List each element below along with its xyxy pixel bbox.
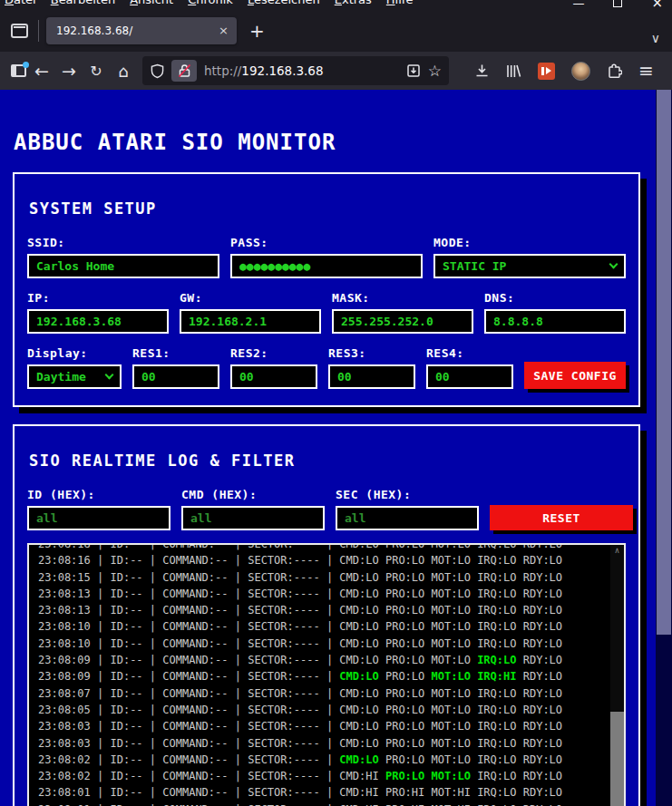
forward-button[interactable]: →	[55, 61, 83, 81]
gw-label: GW:	[180, 291, 321, 305]
save-page-icon[interactable]	[406, 63, 421, 78]
firefox-view-icon[interactable]	[11, 24, 28, 38]
url-scheme: http://	[204, 63, 241, 78]
filter-id-label: ID (HEX):	[27, 488, 170, 501]
log-row: 23:08:13 | ID:-- | COMMAND:-- | SECTOR:-…	[38, 586, 624, 602]
window-controls: — ×	[572, 0, 663, 11]
tab-separator	[38, 20, 39, 42]
active-tab[interactable]: 192.168.3.68/ ×	[46, 17, 237, 44]
res2-input[interactable]	[230, 364, 317, 389]
ip-input[interactable]	[27, 309, 169, 334]
filter-id-input[interactable]	[27, 506, 170, 530]
extension-orange-icon[interactable]	[538, 63, 555, 80]
field-display: Display: Daytime	[27, 346, 122, 389]
setup-row-2: IP: GW: MASK: DNS:	[27, 291, 626, 334]
res3-input[interactable]	[328, 364, 415, 389]
log-row: 23:08:07 | ID:-- | COMMAND:-- | SECTOR:-…	[38, 685, 624, 702]
log-row: 23:08:02 | ID:-- | COMMAND:-- | SECTOR:-…	[38, 752, 624, 768]
reload-button[interactable]: ↻	[83, 63, 110, 80]
maximize-button[interactable]	[613, 0, 622, 7]
dns-input[interactable]	[484, 309, 626, 334]
res4-input[interactable]	[426, 364, 513, 389]
display-select[interactable]: Daytime	[27, 364, 122, 389]
res2-label: RES2:	[230, 346, 317, 360]
log-row: 23:08:15 | ID:-- | COMMAND:-- | SECTOR:-…	[38, 569, 624, 586]
url-bar[interactable]: http://192.168.3.68 ☆	[142, 56, 449, 85]
log-row: 23:08:10 | ID:-- | COMMAND:-- | SECTOR:-…	[38, 618, 624, 635]
sidebar-toggle-icon[interactable]	[11, 64, 26, 77]
log-row: 23:08:01 | ID:-- | COMMAND:-- | SECTOR:-…	[38, 784, 624, 801]
log-scrollbar[interactable]: ∧	[610, 545, 624, 806]
gw-input[interactable]	[180, 309, 321, 334]
chevron-down-icon	[609, 260, 618, 269]
field-res1: RES1:	[132, 346, 219, 389]
log-row: 23:08:09 | ID:-- | COMMAND:-- | SECTOR:-…	[38, 652, 624, 668]
bookmark-star-icon[interactable]: ☆	[428, 62, 442, 80]
res1-input[interactable]	[132, 364, 219, 389]
setup-row-3: Display: Daytime RES1: RES2: RES3:	[27, 346, 626, 389]
log-scrollbar-thumb[interactable]	[610, 712, 624, 806]
log-row: 23:08:05 | ID:-- | COMMAND:-- | SECTOR:-…	[38, 702, 624, 718]
log-heading: SIO REALTIME LOG & FILTER	[29, 452, 626, 470]
chevron-down-icon	[105, 371, 114, 380]
close-window-button[interactable]: ×	[651, 0, 663, 11]
tab-close-icon[interactable]: ×	[213, 24, 229, 37]
page-scrollbar[interactable]	[656, 90, 672, 806]
tab-title: 192.168.3.68/	[56, 24, 213, 37]
menu-item-ansicht[interactable]: Ansicht	[130, 0, 173, 9]
menu-item-hilfe[interactable]: Hilfe	[386, 0, 414, 9]
url-text[interactable]: http://192.168.3.68	[204, 63, 399, 78]
filter-sec-input[interactable]	[336, 506, 479, 530]
save-config-button[interactable]: SAVE CONFIG	[524, 362, 626, 389]
mode-label: MODE:	[433, 236, 626, 249]
field-ssid: SSID:	[27, 236, 219, 278]
pass-label: PASS:	[230, 236, 423, 249]
library-icon[interactable]	[506, 64, 521, 78]
scroll-up-arrow-icon[interactable]: ∧	[610, 545, 624, 557]
menu-bar: DateiBearbeitenAnsichtChronikLesezeichen…	[0, 0, 672, 9]
field-pass: PASS:	[230, 236, 423, 278]
sio-log-panel: SIO REALTIME LOG & FILTER ID (HEX): CMD …	[13, 424, 640, 806]
log-row: 23:08:03 | ID:-- | COMMAND:-- | SECTOR:-…	[38, 735, 624, 752]
setup-row-1: SSID: PASS: MODE: STATIC IP	[27, 236, 626, 278]
menu-hamburger-icon[interactable]: ≡	[638, 60, 654, 82]
minimize-button[interactable]: —	[572, 0, 584, 10]
shield-icon[interactable]	[151, 63, 164, 79]
home-button[interactable]: ⌂	[110, 62, 137, 81]
reset-button[interactable]: RESET	[490, 505, 633, 530]
page-title: ABBUC ATARI SIO MONITOR	[14, 130, 640, 155]
extensions-puzzle-icon[interactable]	[607, 63, 622, 79]
field-filter-sec: SEC (HEX):	[336, 488, 479, 530]
profile-avatar[interactable]	[571, 62, 590, 81]
ssid-input[interactable]	[27, 254, 219, 278]
menu-item-datei[interactable]: Datei	[5, 0, 36, 9]
mode-select[interactable]: STATIC IP	[433, 254, 626, 278]
log-viewer[interactable]: 23:08:18 | ID:-- | COMMAND:-- | SECTOR:-…	[27, 543, 626, 806]
log-row: 23:08:02 | ID:-- | COMMAND:-- | SECTOR:-…	[38, 768, 624, 784]
new-tab-button[interactable]: +	[249, 20, 265, 42]
insecure-lock-icon[interactable]	[171, 60, 197, 82]
back-button[interactable]: ←	[28, 61, 55, 81]
menu-item-bearbeiten[interactable]: Bearbeiten	[51, 0, 115, 9]
field-ip: IP:	[27, 291, 169, 334]
filter-cmd-input[interactable]	[181, 506, 325, 530]
notification-dot	[23, 62, 29, 68]
page-scrollbar-thumb[interactable]	[657, 90, 671, 635]
pass-input[interactable]	[230, 254, 423, 278]
ssid-label: SSID:	[27, 236, 219, 249]
menu-item-extras[interactable]: Extras	[335, 0, 372, 9]
mask-label: MASK:	[332, 291, 473, 305]
log-rows: 23:08:18 | ID:-- | COMMAND:-- | SECTOR:-…	[38, 543, 624, 806]
dns-label: DNS:	[484, 291, 626, 305]
setup-heading: SYSTEM SETUP	[29, 199, 626, 218]
mask-input[interactable]	[332, 309, 473, 334]
tab-list-chevron-icon[interactable]: ∨	[651, 31, 660, 45]
menu-item-lesezeichen[interactable]: Lesezeichen	[248, 0, 320, 9]
system-setup-panel: SYSTEM SETUP SSID: PASS: MODE: STATIC IP	[13, 172, 640, 407]
menu-items: DateiBearbeitenAnsichtChronikLesezeichen…	[0, 0, 672, 9]
log-row: 23:08:13 | ID:-- | COMMAND:-- | SECTOR:-…	[38, 602, 624, 618]
menu-item-chronik[interactable]: Chronik	[188, 0, 233, 9]
display-select-value: Daytime	[36, 370, 86, 384]
res4-label: RES4:	[426, 346, 513, 360]
downloads-icon[interactable]	[474, 63, 490, 78]
